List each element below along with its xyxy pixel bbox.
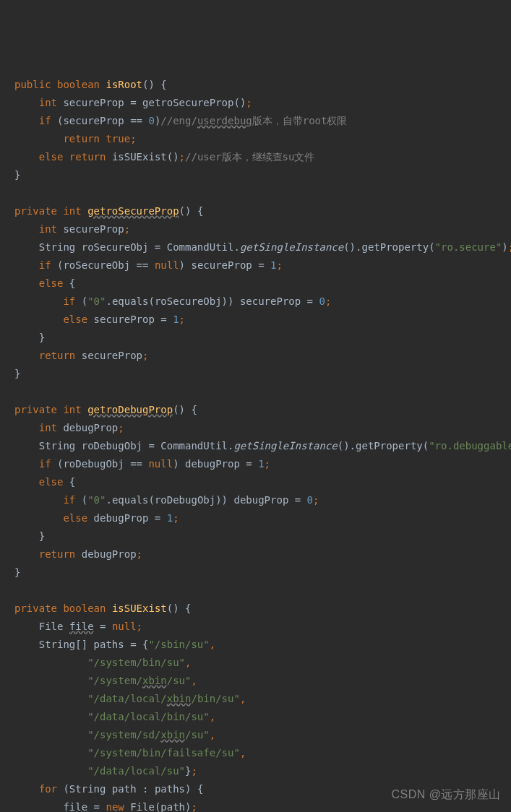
comment: //eng/userdebug版本，自带root权限	[160, 115, 347, 126]
comment: //user版本，继续查su文件	[185, 151, 314, 163]
fn-name: getroSecureProp	[87, 205, 179, 217]
fn-name: getroDebugProp	[87, 404, 173, 415]
fn-name: isRoot	[106, 79, 142, 90]
code-block: public boolean isRoot() { int secureProp…	[14, 76, 497, 812]
fn-name: isSUExist	[112, 602, 167, 614]
watermark: CSDN @远方那座山	[391, 785, 501, 803]
kw: public boolean	[14, 79, 100, 90]
